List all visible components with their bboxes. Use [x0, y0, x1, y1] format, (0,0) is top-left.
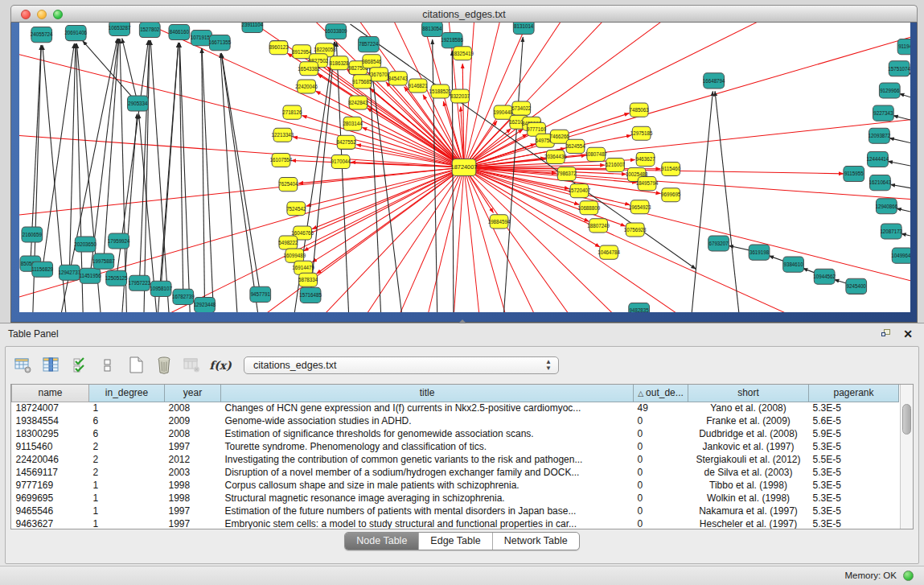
table-row[interactable]: 1830029562008Estimation of significance …	[12, 427, 899, 440]
graph-node[interactable]: 8466160	[169, 25, 190, 40]
graph-node[interactable]: 6216007	[606, 158, 626, 171]
graph-node[interactable]: 9457791	[250, 286, 271, 302]
graph-node[interactable]: 9227343	[873, 105, 894, 121]
graph-node[interactable]: 9482835	[629, 303, 650, 312]
function-builder-icon[interactable]: f(x)	[210, 355, 231, 376]
graph-node[interactable]: 20691406	[64, 26, 87, 41]
graph-node[interactable]: 12213343	[272, 128, 294, 142]
graph-node[interactable]: 24055724	[31, 27, 53, 43]
graph-node[interactable]: 18325419	[451, 47, 474, 60]
graph-node[interactable]: 7524542	[286, 202, 306, 216]
graph-node[interactable]: 9115955	[844, 166, 864, 181]
graph-node[interactable]: 9868546	[362, 55, 382, 68]
graph-node[interactable]: 12505125	[105, 270, 128, 286]
graph-node[interactable]: 9170044	[331, 154, 351, 168]
window-titlebar[interactable]: citations_edges.txt	[10, 5, 918, 23]
graph-node[interactable]: 8131014	[513, 23, 534, 35]
table-scrollbar[interactable]	[900, 385, 913, 529]
graph-node[interactable]: 10653287	[109, 23, 131, 36]
tab-node-table[interactable]: Node Table	[345, 533, 418, 550]
graph-node[interactable]: 10944562	[813, 269, 836, 284]
graph-node[interactable]: 12923448	[194, 297, 216, 312]
graph-node[interactable]: 8186328	[330, 56, 350, 70]
graph-node[interactable]: 20364436	[544, 150, 567, 163]
graph-node[interactable]: 15716485	[299, 287, 322, 303]
graph-node[interactable]: 2803144	[343, 117, 363, 130]
column-header-title[interactable]: title	[221, 385, 634, 402]
graph-node[interactable]: 16107554	[270, 153, 293, 167]
table-settings-icon[interactable]	[13, 355, 34, 376]
row-height-icon[interactable]	[97, 355, 118, 376]
float-panel-icon[interactable]	[881, 329, 892, 339]
graph-node[interactable]: 19975887	[92, 253, 115, 269]
new-table-icon[interactable]	[125, 355, 146, 376]
table-row[interactable]: 1938455462009Genome-wide association stu…	[12, 414, 899, 427]
scrollbar-thumb[interactable]	[902, 404, 911, 435]
network-graph[interactable]: 2405572420691406106532871527802846616010…	[19, 23, 910, 312]
graph-node[interactable]: 10688809	[577, 201, 600, 215]
graph-node[interactable]: 17957223	[129, 275, 151, 290]
graph-node[interactable]: 8454743	[388, 72, 409, 85]
delete-table-icon[interactable]	[154, 355, 175, 376]
graph-node[interactable]: 9175685	[352, 75, 372, 89]
graph-node[interactable]: 20203650	[74, 237, 97, 252]
graph-node[interactable]: 9115460	[661, 162, 680, 175]
column-visibility-icon[interactable]	[41, 355, 62, 376]
graph-node[interactable]: 12940866	[875, 199, 897, 214]
graph-node[interactable]: 9146821	[409, 79, 429, 93]
graph-node[interactable]: 8813054	[422, 23, 443, 37]
table-row[interactable]: 977716911998Corpus callosum shape and si…	[12, 479, 899, 492]
graph-node[interactable]: 8427552	[336, 135, 356, 149]
graph-node[interactable]: 9463627	[635, 152, 655, 166]
graph-node[interactable]: 8912954	[292, 45, 312, 59]
graph-node[interactable]: 7857224	[358, 37, 379, 52]
graph-node[interactable]: 12975185	[630, 126, 653, 140]
column-header-name[interactable]: name	[12, 385, 89, 402]
graph-node[interactable]: 10958107	[150, 281, 172, 296]
graph-node[interactable]: 10464784	[598, 245, 620, 259]
table-row[interactable]: 911546021997Tourette syndrome. Phenomeno…	[12, 440, 899, 453]
graph-node[interactable]: 16210643	[869, 175, 892, 191]
graph-node[interactable]: 5878334	[298, 273, 318, 286]
graph-node[interactable]: 16648794	[703, 73, 725, 89]
graph-node[interactable]: 16099489	[283, 249, 306, 262]
graph-node[interactable]: 8322037	[450, 89, 470, 103]
table-row[interactable]: 1456911722003Disruption of a novel membe…	[12, 466, 899, 479]
graph-node[interactable]: 16671355	[208, 35, 231, 51]
graph-node[interactable]: 9129966	[879, 83, 900, 98]
table-row[interactable]: 1872400712008Changes of HCN gene express…	[12, 402, 899, 414]
graph-node[interactable]: 19218586	[441, 33, 463, 48]
graph-node[interactable]: 12087173	[880, 224, 902, 239]
column-header-year[interactable]: year	[165, 385, 221, 402]
column-header-in_degree[interactable]: in_degree	[89, 385, 165, 402]
graph-node[interactable]: 12093872	[869, 128, 891, 143]
graph-node[interactable]: 23911104	[241, 23, 263, 33]
table-row[interactable]: 946554611997Estimation of the future num…	[12, 505, 899, 517]
graph-node[interactable]: 17959924	[108, 233, 130, 249]
graph-node[interactable]: 7986372	[557, 167, 577, 180]
graph-node[interactable]: 15751074	[888, 61, 910, 76]
graph-node[interactable]: 6793207	[708, 236, 729, 251]
graph-node[interactable]: 1527802	[139, 23, 160, 38]
graph-node[interactable]: 10756928	[624, 223, 647, 237]
row-select-icon[interactable]	[69, 355, 90, 376]
column-header-out_degree[interactable]: △out_de...	[634, 385, 688, 402]
graph-node[interactable]: 16543382	[298, 62, 320, 76]
graph-node[interactable]: 16782739	[172, 289, 195, 304]
graph-node[interactable]: 11156829	[31, 262, 53, 277]
graph-node[interactable]: 12444414	[867, 151, 889, 167]
graph-node[interactable]: 18495794	[636, 177, 659, 191]
memory-status-icon[interactable]	[903, 571, 914, 581]
graph-node[interactable]: 2718126	[282, 105, 302, 119]
graph-node[interactable]: 19654923	[629, 200, 651, 214]
graph-node[interactable]: 9699695	[661, 188, 681, 202]
table-row[interactable]: 2242004622012Investigating the contribut…	[12, 453, 899, 466]
tab-edge-table[interactable]: Edge Table	[418, 533, 491, 550]
network-canvas[interactable]: 2405572420691406106532871527802846616010…	[19, 23, 910, 312]
graph-node[interactable]: 18724007	[451, 159, 478, 175]
graph-node[interactable]: 16914479	[292, 261, 314, 274]
graph-node[interactable]: 7485063	[630, 103, 650, 117]
graph-node[interactable]: 3624554	[565, 139, 585, 153]
graph-node[interactable]: 22420046	[295, 80, 318, 93]
graph-node[interactable]: 3619198	[749, 245, 770, 260]
